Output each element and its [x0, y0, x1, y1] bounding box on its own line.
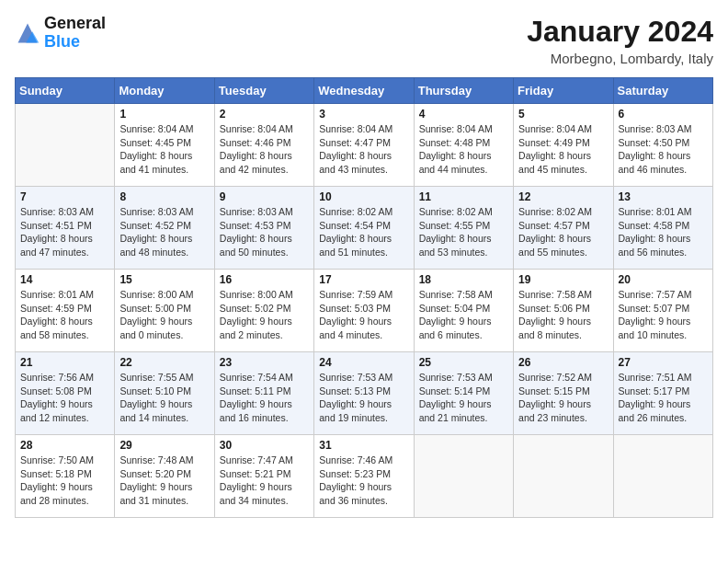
calendar-cell: 22Sunrise: 7:55 AMSunset: 5:10 PMDayligh… — [115, 352, 214, 435]
logo-icon — [15, 20, 40, 46]
day-info: Sunrise: 8:02 AMSunset: 4:54 PMDaylight:… — [319, 205, 408, 259]
calendar-week-row: 1Sunrise: 8:04 AMSunset: 4:45 PMDaylight… — [16, 104, 713, 187]
day-number: 14 — [20, 273, 109, 286]
day-number: 5 — [518, 108, 608, 121]
weekday-header-sunday: Sunday — [16, 78, 115, 104]
weekday-header-saturday: Saturday — [613, 78, 712, 104]
weekday-header-wednesday: Wednesday — [314, 78, 414, 104]
day-number: 11 — [419, 190, 508, 203]
day-number: 18 — [419, 273, 508, 286]
calendar-cell: 17Sunrise: 7:59 AMSunset: 5:03 PMDayligh… — [314, 270, 414, 352]
day-info: Sunrise: 8:03 AMSunset: 4:52 PMDaylight:… — [119, 205, 209, 259]
day-info: Sunrise: 8:01 AMSunset: 4:58 PMDaylight:… — [619, 205, 708, 259]
day-info: Sunrise: 7:46 AMSunset: 5:23 PMDaylight:… — [319, 454, 408, 508]
calendar-cell: 6Sunrise: 8:03 AMSunset: 4:50 PMDaylight… — [613, 104, 712, 187]
day-number: 16 — [220, 273, 309, 286]
day-number: 24 — [319, 356, 408, 369]
day-info: Sunrise: 7:59 AMSunset: 5:03 PMDaylight:… — [319, 288, 408, 342]
day-number: 6 — [619, 108, 708, 121]
day-info: Sunrise: 7:55 AMSunset: 5:10 PMDaylight:… — [119, 371, 209, 425]
calendar-table: SundayMondayTuesdayWednesdayThursdayFrid… — [15, 77, 713, 518]
calendar-cell: 23Sunrise: 7:54 AMSunset: 5:11 PMDayligh… — [214, 352, 313, 435]
calendar-cell: 20Sunrise: 7:57 AMSunset: 5:07 PMDayligh… — [613, 270, 712, 352]
day-number: 7 — [20, 190, 109, 203]
weekday-header-monday: Monday — [115, 78, 214, 104]
day-info: Sunrise: 8:03 AMSunset: 4:53 PMDaylight:… — [220, 205, 309, 259]
calendar-cell: 10Sunrise: 8:02 AMSunset: 4:54 PMDayligh… — [314, 187, 414, 270]
day-number: 3 — [319, 108, 408, 121]
calendar-cell: 27Sunrise: 7:51 AMSunset: 5:17 PMDayligh… — [613, 352, 712, 435]
location-title: Morbegno, Lombardy, Italy — [527, 51, 713, 66]
day-info: Sunrise: 8:03 AMSunset: 4:50 PMDaylight:… — [619, 122, 708, 177]
day-number: 26 — [518, 356, 608, 369]
day-info: Sunrise: 7:51 AMSunset: 5:17 PMDaylight:… — [619, 371, 708, 425]
day-info: Sunrise: 8:00 AMSunset: 5:02 PMDaylight:… — [220, 288, 309, 342]
calendar-cell: 1Sunrise: 8:04 AMSunset: 4:45 PMDaylight… — [115, 104, 214, 187]
calendar-cell: 19Sunrise: 7:58 AMSunset: 5:06 PMDayligh… — [514, 270, 613, 352]
calendar-cell: 12Sunrise: 8:02 AMSunset: 4:57 PMDayligh… — [514, 187, 613, 270]
day-info: Sunrise: 7:52 AMSunset: 5:15 PMDaylight:… — [518, 371, 608, 425]
weekday-header-thursday: Thursday — [414, 78, 513, 104]
day-info: Sunrise: 8:01 AMSunset: 4:59 PMDaylight:… — [20, 288, 109, 342]
day-number: 28 — [20, 439, 109, 452]
day-number: 19 — [518, 273, 608, 286]
calendar-cell: 13Sunrise: 8:01 AMSunset: 4:58 PMDayligh… — [613, 187, 712, 270]
calendar-cell: 14Sunrise: 8:01 AMSunset: 4:59 PMDayligh… — [16, 270, 115, 352]
calendar-cell: 3Sunrise: 8:04 AMSunset: 4:47 PMDaylight… — [314, 104, 414, 187]
calendar-cell: 26Sunrise: 7:52 AMSunset: 5:15 PMDayligh… — [514, 352, 613, 435]
day-number: 10 — [319, 190, 408, 203]
day-info: Sunrise: 7:48 AMSunset: 5:20 PMDaylight:… — [119, 454, 209, 508]
day-info: Sunrise: 7:56 AMSunset: 5:08 PMDaylight:… — [20, 371, 109, 425]
calendar-cell: 8Sunrise: 8:03 AMSunset: 4:52 PMDaylight… — [115, 187, 214, 270]
title-area: January 2024 Morbegno, Lombardy, Italy — [527, 15, 713, 66]
logo-text-line1: General — [44, 15, 106, 33]
day-info: Sunrise: 8:00 AMSunset: 5:00 PMDaylight:… — [119, 288, 209, 342]
calendar-cell: 31Sunrise: 7:46 AMSunset: 5:23 PMDayligh… — [314, 435, 414, 518]
calendar-cell — [514, 435, 613, 518]
day-info: Sunrise: 7:58 AMSunset: 5:06 PMDaylight:… — [518, 288, 608, 342]
calendar-cell: 7Sunrise: 8:03 AMSunset: 4:51 PMDaylight… — [16, 187, 115, 270]
calendar-cell: 25Sunrise: 7:53 AMSunset: 5:14 PMDayligh… — [414, 352, 513, 435]
day-number: 9 — [220, 190, 309, 203]
page-header: General Blue January 2024 Morbegno, Lomb… — [15, 15, 713, 66]
day-info: Sunrise: 7:58 AMSunset: 5:04 PMDaylight:… — [419, 288, 508, 342]
day-number: 31 — [319, 439, 408, 452]
day-number: 13 — [619, 190, 708, 203]
day-info: Sunrise: 8:04 AMSunset: 4:48 PMDaylight:… — [419, 122, 508, 177]
calendar-cell: 28Sunrise: 7:50 AMSunset: 5:18 PMDayligh… — [16, 435, 115, 518]
calendar-cell: 21Sunrise: 7:56 AMSunset: 5:08 PMDayligh… — [16, 352, 115, 435]
day-number: 17 — [319, 273, 408, 286]
logo-text-line2: Blue — [44, 33, 106, 52]
day-number: 20 — [619, 273, 708, 286]
calendar-week-row: 14Sunrise: 8:01 AMSunset: 4:59 PMDayligh… — [16, 270, 713, 352]
logo: General Blue — [15, 15, 106, 52]
day-info: Sunrise: 8:02 AMSunset: 4:55 PMDaylight:… — [419, 205, 508, 259]
month-title: January 2024 — [527, 15, 713, 49]
calendar-cell — [414, 435, 513, 518]
day-info: Sunrise: 7:53 AMSunset: 5:13 PMDaylight:… — [319, 371, 408, 425]
day-number: 23 — [220, 356, 309, 369]
calendar-cell: 2Sunrise: 8:04 AMSunset: 4:46 PMDaylight… — [214, 104, 313, 187]
calendar-week-row: 21Sunrise: 7:56 AMSunset: 5:08 PMDayligh… — [16, 352, 713, 435]
calendar-cell: 9Sunrise: 8:03 AMSunset: 4:53 PMDaylight… — [214, 187, 313, 270]
calendar-cell: 11Sunrise: 8:02 AMSunset: 4:55 PMDayligh… — [414, 187, 513, 270]
day-number: 15 — [119, 273, 209, 286]
calendar-week-row: 28Sunrise: 7:50 AMSunset: 5:18 PMDayligh… — [16, 435, 713, 518]
calendar-cell: 16Sunrise: 8:00 AMSunset: 5:02 PMDayligh… — [214, 270, 313, 352]
day-info: Sunrise: 8:04 AMSunset: 4:47 PMDaylight:… — [319, 122, 408, 177]
day-number: 30 — [220, 439, 309, 452]
calendar-week-row: 7Sunrise: 8:03 AMSunset: 4:51 PMDaylight… — [16, 187, 713, 270]
day-info: Sunrise: 8:04 AMSunset: 4:46 PMDaylight:… — [220, 122, 309, 177]
weekday-header-row: SundayMondayTuesdayWednesdayThursdayFrid… — [16, 78, 713, 104]
calendar-cell — [613, 435, 712, 518]
day-number: 21 — [20, 356, 109, 369]
day-number: 27 — [619, 356, 708, 369]
calendar-cell: 5Sunrise: 8:04 AMSunset: 4:49 PMDaylight… — [514, 104, 613, 187]
day-info: Sunrise: 8:04 AMSunset: 4:49 PMDaylight:… — [518, 122, 608, 177]
calendar-cell: 15Sunrise: 8:00 AMSunset: 5:00 PMDayligh… — [115, 270, 214, 352]
day-info: Sunrise: 8:02 AMSunset: 4:57 PMDaylight:… — [518, 205, 608, 259]
day-info: Sunrise: 8:03 AMSunset: 4:51 PMDaylight:… — [20, 205, 109, 259]
calendar-cell: 29Sunrise: 7:48 AMSunset: 5:20 PMDayligh… — [115, 435, 214, 518]
day-number: 25 — [419, 356, 508, 369]
calendar-cell: 30Sunrise: 7:47 AMSunset: 5:21 PMDayligh… — [214, 435, 313, 518]
